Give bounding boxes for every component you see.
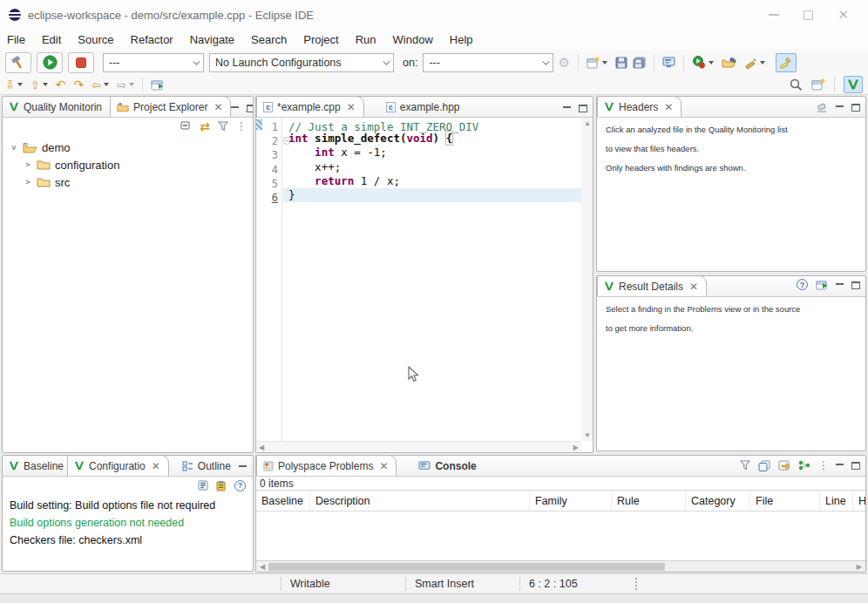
menu-run[interactable]: Run: [356, 33, 376, 46]
pin-editor-button[interactable]: [151, 79, 164, 91]
menu-refactor[interactable]: Refactor: [131, 33, 173, 46]
collapse-all-icon[interactable]: [180, 121, 192, 132]
window-close-button[interactable]: ✕: [837, 7, 849, 23]
last-edit-location-button[interactable]: ↶: [56, 78, 66, 91]
stop-button[interactable]: [68, 52, 94, 73]
export-icon[interactable]: [778, 460, 790, 471]
filter-icon[interactable]: [740, 460, 750, 471]
tab-polyspace-problems[interactable]: Polyspace Problems ✕: [256, 455, 397, 476]
view-menu-icon[interactable]: ⋮: [818, 459, 828, 471]
close-icon[interactable]: ✕: [689, 281, 698, 293]
next-edit-location-button[interactable]: ↷: [74, 78, 85, 91]
tab-console[interactable]: Console: [412, 456, 484, 476]
forward-history-button[interactable]: ⇨: [117, 78, 134, 91]
expander-open-icon[interactable]: v: [10, 143, 18, 152]
column-file[interactable]: File: [750, 491, 820, 511]
tree-item-configuration[interactable]: > configuration: [3, 156, 253, 173]
close-icon[interactable]: ✕: [214, 101, 222, 113]
expander-closed-icon[interactable]: >: [24, 160, 32, 169]
build-button[interactable]: [5, 52, 31, 73]
search-button[interactable]: [790, 78, 803, 91]
new-wizard-button[interactable]: [587, 57, 607, 69]
maximize-panel-icon[interactable]: [851, 281, 860, 289]
tab-example-hpp[interactable]: c example.hpp: [380, 97, 468, 117]
save-all-button[interactable]: [633, 57, 646, 69]
edit-checkers-icon[interactable]: [216, 480, 227, 491]
copy-icon[interactable]: [758, 460, 770, 471]
tab-example-cpp[interactable]: c *example.cpp ✕: [256, 96, 364, 117]
previous-annotation-button[interactable]: ⇧: [31, 78, 48, 91]
link-with-editor-icon[interactable]: ⇄: [200, 119, 210, 133]
trace-graph-icon[interactable]: [798, 460, 810, 471]
polyspace-perspective-button[interactable]: [844, 76, 863, 93]
show-options-icon[interactable]: [198, 480, 208, 491]
editor-vertical-scrollbar[interactable]: ▲ ▼: [581, 118, 593, 441]
close-icon[interactable]: ✕: [379, 460, 388, 472]
column-description[interactable]: Description: [310, 491, 530, 511]
maximize-panel-icon[interactable]: [851, 462, 860, 470]
menu-navigate[interactable]: Navigate: [190, 33, 234, 46]
minimize-panel-icon[interactable]: [231, 105, 239, 108]
problems-horizontal-scrollbar[interactable]: ◀ ▶: [256, 560, 865, 572]
tree-item-demo[interactable]: v demo: [3, 139, 253, 156]
maximize-panel-icon[interactable]: [247, 105, 254, 112]
minimize-panel-icon[interactable]: [836, 463, 844, 465]
minimize-panel-icon[interactable]: [836, 105, 844, 107]
menu-help[interactable]: Help: [450, 33, 473, 46]
minimize-panel-icon[interactable]: [836, 282, 844, 285]
editor-horizontal-scrollbar[interactable]: ◀▶: [256, 441, 581, 452]
column-line[interactable]: Line: [820, 491, 853, 511]
menu-source[interactable]: Source: [78, 33, 113, 46]
code-editor[interactable]: 1 2 3 4 5 6 − // Just a simple INT_ZERO_…: [256, 118, 593, 452]
maximize-panel-icon[interactable]: [579, 105, 587, 112]
view-menu-icon[interactable]: ⋮: [236, 120, 246, 132]
menu-edit[interactable]: Edit: [42, 33, 61, 46]
tab-outline[interactable]: Outline: [176, 456, 239, 476]
run-history-button[interactable]: [692, 56, 714, 69]
back-history-button[interactable]: ⇦: [92, 78, 109, 91]
menu-window[interactable]: Window: [393, 33, 433, 46]
open-in-new-window-icon[interactable]: [816, 280, 828, 290]
build-config-dropdown[interactable]: ---: [103, 53, 204, 72]
tab-project-explorer[interactable]: Project Explorer ✕: [110, 96, 231, 117]
clear-icon[interactable]: [817, 103, 828, 112]
menu-file[interactable]: File: [7, 33, 25, 46]
open-perspective-button[interactable]: [811, 78, 825, 91]
column-family[interactable]: Family: [530, 491, 612, 511]
annotate-button[interactable]: [744, 57, 765, 69]
close-icon[interactable]: ✕: [664, 101, 673, 113]
column-baseline[interactable]: Baseline: [256, 491, 310, 511]
target-settings-button[interactable]: ⚙: [558, 55, 569, 71]
close-icon[interactable]: ✕: [152, 460, 160, 472]
save-button[interactable]: [615, 57, 627, 69]
run-button[interactable]: [37, 52, 63, 73]
tab-result-details[interactable]: Result Details ✕: [597, 275, 707, 296]
window-maximize-button[interactable]: [804, 10, 813, 20]
launch-target-dropdown[interactable]: ---: [423, 53, 553, 72]
menu-search[interactable]: Search: [251, 33, 287, 46]
tab-headers[interactable]: Headers ✕: [597, 96, 682, 117]
help-icon[interactable]: ?: [234, 480, 246, 491]
column-rule[interactable]: Rule: [612, 491, 686, 511]
column-h-partial[interactable]: H: [853, 491, 866, 511]
tab-configuration[interactable]: Configuratio ✕: [67, 455, 169, 476]
highlight-findings-button[interactable]: [776, 53, 797, 72]
minimize-panel-icon[interactable]: [239, 464, 247, 467]
open-console-button[interactable]: [662, 57, 675, 68]
next-annotation-button[interactable]: ⇩: [5, 78, 23, 91]
column-category[interactable]: Category: [686, 491, 750, 511]
window-minimize-button[interactable]: [769, 14, 779, 16]
maximize-panel-icon[interactable]: [851, 104, 860, 112]
expander-closed-icon[interactable]: >: [24, 178, 32, 186]
open-project-results-button[interactable]: [722, 57, 736, 69]
minimize-panel-icon[interactable]: [563, 105, 571, 108]
launch-config-dropdown[interactable]: No Launch Configurations: [209, 53, 394, 72]
close-icon[interactable]: ✕: [347, 101, 356, 113]
code-area[interactable]: // Just a simple INT_ZERO_DIV int simple…: [283, 118, 581, 441]
tab-baseline[interactable]: Baseline: [3, 456, 67, 476]
help-icon[interactable]: ?: [797, 279, 808, 290]
menu-project[interactable]: Project: [303, 33, 338, 46]
tab-quality-monitoring[interactable]: Quality Monitorin: [3, 97, 110, 117]
tree-item-src[interactable]: > src: [3, 173, 253, 191]
filter-icon[interactable]: [218, 121, 228, 132]
